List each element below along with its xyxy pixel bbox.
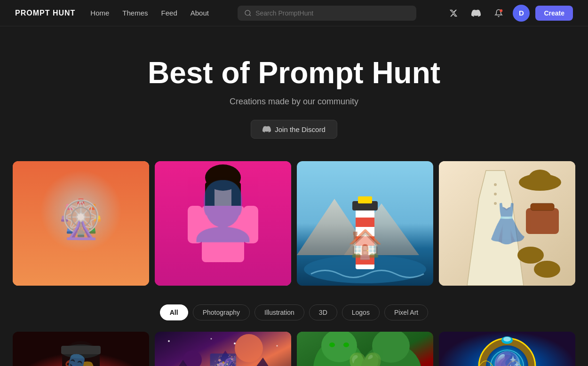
discord-nav-button[interactable] [468,5,485,22]
svg-point-77 [503,337,511,342]
svg-rect-14 [155,161,291,286]
create-button[interactable]: Create [535,6,573,21]
nav-left: PROMPT HUNT HomeThemesFeedAbout [15,9,209,17]
bottom-image-grid [0,332,588,366]
filter-tab-all[interactable]: All [160,304,188,320]
filter-tab-photography[interactable]: Photography [193,304,250,320]
twitter-button[interactable] [445,5,462,22]
svg-point-33 [494,183,497,186]
svg-point-61 [277,345,278,347]
nav-links: HomeThemesFeedAbout [90,9,209,17]
svg-rect-48 [61,346,101,354]
svg-rect-3 [22,171,140,265]
hero-section: Best of Prompt Hunt Creations made by ou… [0,26,588,161]
site-logo[interactable]: PROMPT HUNT [15,9,75,17]
svg-point-52 [235,334,263,362]
image-card-magic[interactable] [439,332,575,366]
svg-point-13 [67,273,95,280]
image-card-space[interactable] [155,332,291,366]
search-icon [244,9,252,17]
svg-rect-27 [356,218,374,227]
svg-rect-28 [356,236,374,246]
notification-button[interactable] [490,5,507,22]
image-card-interior[interactable] [13,161,149,286]
svg-rect-39 [531,203,554,210]
discord-icon [262,125,271,133]
navbar: PROMPT HUNT HomeThemesFeedAbout [0,0,588,26]
svg-rect-51 [155,332,291,366]
image-card-lighthouse[interactable] [297,161,433,286]
svg-point-35 [494,202,497,205]
svg-rect-26 [356,208,374,269]
image-card-flatlay[interactable] [439,161,575,286]
svg-rect-17 [205,182,215,220]
svg-point-67 [343,343,349,347]
svg-point-40 [517,247,544,264]
svg-point-1 [500,9,503,12]
hero-title: Best of Prompt Hunt [15,56,573,89]
filter-tab-logos[interactable]: Logos [342,304,380,320]
svg-line-10 [57,185,104,232]
hero-subtitle: Creations made by our community [15,97,573,107]
svg-point-34 [494,193,497,195]
svg-rect-46 [91,358,100,366]
nav-link-home[interactable]: Home [90,9,109,17]
image-card-fashion[interactable] [155,161,291,286]
svg-rect-29 [356,255,374,265]
image-card-anime-girl[interactable] [13,332,149,366]
svg-point-4 [48,175,114,241]
svg-rect-11 [27,265,74,281]
svg-point-58 [168,340,170,342]
svg-point-37 [528,170,552,188]
filter-tab-pixel-art[interactable]: Pixel Art [384,304,428,320]
svg-rect-45 [62,358,71,366]
image-card-hulk[interactable] [297,332,433,366]
svg-rect-12 [88,265,135,281]
user-avatar[interactable]: D [513,5,530,22]
nav-link-feed[interactable]: Feed [161,9,177,17]
svg-point-43 [64,350,97,366]
svg-point-0 [245,10,250,16]
svg-rect-2 [13,161,149,286]
discord-btn-label: Join the Discord [275,125,326,133]
svg-rect-19 [202,206,244,262]
svg-rect-20 [188,206,203,243]
search-input[interactable] [255,9,410,17]
svg-point-75 [495,355,519,366]
svg-rect-18 [231,182,241,220]
filter-tabs: AllPhotographyIllustration3DLogosPixel A… [0,304,588,320]
svg-rect-31 [358,196,372,203]
search-bar [238,6,416,21]
filter-tab-3d[interactable]: 3D [309,304,337,320]
svg-point-60 [234,343,236,344]
nav-right: D Create [445,5,573,22]
filter-tab-illustration[interactable]: Illustration [254,304,304,320]
svg-point-74 [491,350,524,366]
discord-join-button[interactable]: Join the Discord [251,120,337,139]
svg-point-66 [329,343,335,347]
svg-rect-38 [526,208,559,234]
top-image-grid [0,161,588,286]
search-container [238,6,416,21]
svg-point-59 [211,338,212,340]
svg-rect-21 [243,206,258,243]
nav-link-themes[interactable]: Themes [122,9,148,17]
svg-point-5 [76,203,86,213]
svg-point-16 [205,164,241,191]
nav-link-about[interactable]: About [191,9,209,17]
svg-point-41 [534,261,560,278]
svg-line-9 [57,185,104,232]
